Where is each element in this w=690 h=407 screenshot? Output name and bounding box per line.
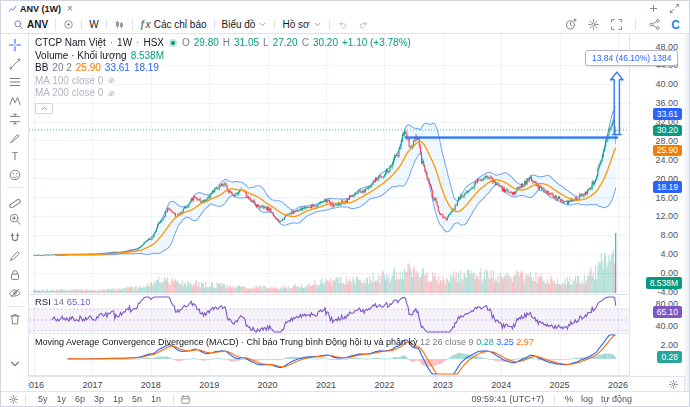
chart-pane[interactable]: CTCP Nam Việt · 1W · HSX O29.80 H31.05 L… (29, 31, 629, 376)
clock-time: 09:59:41 (UTC+7) (472, 394, 544, 404)
gear-icon[interactable] (587, 18, 600, 31)
axis-tick-label: 16.00 (655, 193, 678, 203)
price-range-label[interactable]: 13.84 (46.10%) 1384 (585, 50, 678, 66)
open-value: 29.80 (194, 37, 219, 50)
eye-off-icon[interactable] (107, 76, 116, 85)
fullscreen-icon[interactable] (610, 18, 623, 31)
time-axis-label: 2023 (429, 380, 457, 390)
chart-menu-label: Biểu đồ (222, 19, 256, 30)
ruler-tool-icon[interactable] (8, 194, 22, 208)
emoji-tool-icon[interactable] (8, 168, 22, 182)
projection-tool-icon[interactable] (8, 112, 22, 126)
rsi-value: 65.10 (67, 296, 91, 307)
close-value: 30.20 (313, 37, 338, 50)
time-axis-label: 2024 (487, 380, 515, 390)
range-6p-button[interactable]: 6p (75, 394, 85, 404)
legend-symbol: CTCP Nam Việt (35, 37, 106, 50)
crosshair-tool-icon[interactable] (8, 38, 22, 52)
percent-scale-button[interactable]: % (565, 394, 573, 404)
bb-lower-value: 18.19 (134, 62, 159, 75)
expand-tabs-icon[interactable] (669, 3, 680, 14)
range-1n-button[interactable]: 1n (151, 394, 161, 404)
chevron-down-icon (313, 20, 322, 29)
axis-tick-label: 36.00 (655, 98, 678, 108)
ma200-legend-row[interactable]: MA 200 close 0 (35, 87, 411, 100)
macd-legend-row[interactable]: Moving Average Convergence Divergence (M… (35, 337, 534, 347)
indicators-button[interactable]: ƒx Các chỉ báo (135, 19, 212, 30)
symbol-label: ANV (27, 19, 48, 30)
interval-label: W (89, 19, 98, 30)
divider (329, 19, 330, 30)
lock-tool-icon[interactable] (8, 268, 22, 282)
bb-basis-value: 25.90 (76, 62, 101, 75)
pattern-tool-icon[interactable] (8, 94, 22, 108)
indicators-label: Các chỉ báo (154, 19, 207, 30)
range-1y-button[interactable]: 1y (57, 394, 67, 404)
rsi-legend-row[interactable]: RSI 14 65.10 (35, 296, 90, 307)
chart-menu-button[interactable]: Biểu đồ (217, 19, 273, 30)
volume-value: 8.538M (131, 50, 164, 63)
hide-drawings-tool-icon[interactable] (8, 286, 22, 300)
go-to-date-calendar-icon[interactable] (180, 394, 191, 405)
text-tool-icon[interactable] (8, 149, 22, 163)
eye-off-icon[interactable] (107, 89, 116, 98)
magnet-tool-icon[interactable] (8, 231, 22, 245)
divider (214, 19, 215, 30)
fib-tool-icon[interactable] (8, 75, 22, 89)
bottom-toolbar: 5y1y6p3p1p5n1n 09:59:41 (UTC+7) % log tự… (1, 391, 689, 406)
alert-clock-icon[interactable] (564, 18, 577, 31)
compare-button[interactable] (58, 19, 79, 30)
interval-button[interactable]: W (84, 19, 103, 30)
range-3p-button[interactable]: 3p (94, 394, 104, 404)
trash-icon[interactable] (8, 312, 22, 326)
symbol-legend-row[interactable]: CTCP Nam Việt · 1W · HSX O29.80 H31.05 L… (35, 37, 411, 50)
tab-anv-1w[interactable]: ANV (1W) × (1, 4, 80, 14)
collapse-toolbar-icon[interactable] (8, 357, 22, 371)
undo-button[interactable] (332, 19, 353, 30)
bb-legend-row[interactable]: BB 20 2 25.90 33.61 18.19 (35, 62, 411, 75)
price-axis[interactable]: 48.0044.0040.0036.0032.0028.0024.0020.00… (629, 31, 685, 376)
tab-close-icon[interactable]: × (67, 4, 73, 13)
axis-settings-gear-icon[interactable] (668, 379, 679, 390)
divider (81, 19, 82, 30)
axis-tick-label: 40.00 (655, 79, 678, 89)
symbol-search-button[interactable]: ANV (8, 19, 53, 30)
quick-settings-gear-icon[interactable] (8, 394, 19, 405)
divider (274, 19, 275, 30)
time-axis[interactable]: 2016201720182019202020212022202320242025… (29, 376, 629, 392)
range-1p-button[interactable]: 1p (113, 394, 123, 404)
macd-line-value: 3.25 (496, 337, 514, 347)
share-icon[interactable] (648, 18, 661, 31)
brush-tool-icon[interactable] (8, 131, 22, 145)
redo-icon (358, 19, 369, 30)
collapse-legend-button[interactable] (35, 103, 53, 114)
auto-scale-button[interactable]: tự động (601, 394, 632, 404)
range-5n-button[interactable]: 5n (132, 394, 142, 404)
app-logo[interactable]: C (671, 19, 680, 31)
volume-legend-row[interactable]: Volume · Khối lượng 8.538M (35, 50, 411, 63)
redo-button[interactable] (353, 19, 374, 30)
draw-tool-icon[interactable] (8, 249, 22, 263)
profile-label: Hồ sơ (282, 19, 309, 30)
price-badge: 33.61 (653, 108, 682, 120)
macd-hist-value: 0.28 (476, 337, 494, 347)
chart-type-button[interactable] (109, 19, 130, 30)
tab-strip: ANV (1W) × (1, 1, 689, 17)
price-badge: 0.28 (657, 351, 682, 363)
change-value: +1.10 (+3.78%) (342, 37, 411, 50)
profile-menu-button[interactable]: Hồ sơ (277, 19, 326, 30)
axis-tick-label: 12.00 (655, 211, 678, 221)
ma100-legend-row[interactable]: MA 100 close 0 (35, 75, 411, 88)
divider (106, 19, 107, 30)
new-tab-icon[interactable] (648, 3, 659, 14)
legend-interval: 1W (117, 37, 132, 50)
trendline-tool-icon[interactable] (8, 57, 22, 71)
range-5y-button[interactable]: 5y (38, 394, 48, 404)
price-badge: 25.90 (653, 145, 682, 157)
market-open-dot (171, 41, 175, 45)
price-badge: 18.19 (653, 181, 682, 193)
divider (173, 394, 174, 405)
high-value: 31.05 (234, 37, 259, 50)
log-scale-button[interactable]: log (581, 394, 593, 404)
zoom-tool-icon[interactable] (8, 212, 22, 226)
